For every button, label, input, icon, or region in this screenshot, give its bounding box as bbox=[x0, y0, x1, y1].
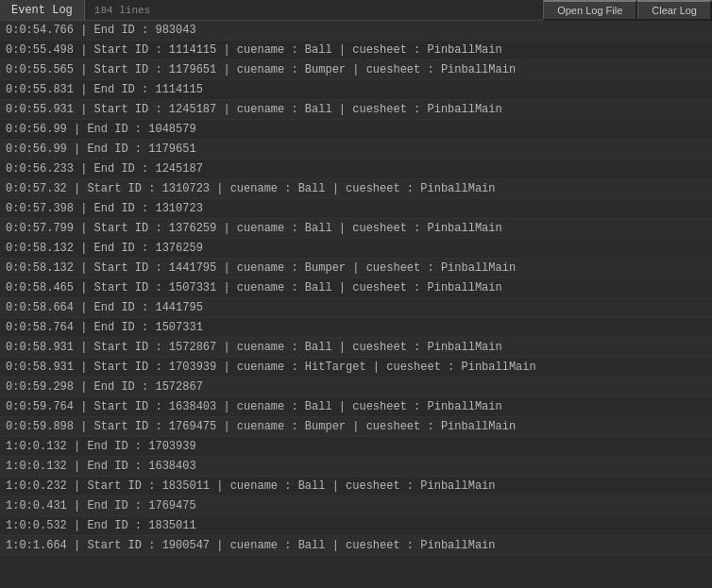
log-row: 1:0:0.431 | End ID : 1769475 bbox=[0, 496, 712, 516]
log-row: 0:0:56.233 | End ID : 1245187 bbox=[0, 160, 712, 179]
log-row: 0:0:57.799 | Start ID : 1376259 | cuenam… bbox=[0, 219, 712, 239]
log-row: 1:0:0.132 | End ID : 1638403 bbox=[0, 457, 712, 477]
tab-event-log[interactable]: Event Log bbox=[0, 0, 85, 20]
log-row: 0:0:55.498 | Start ID : 1114115 | cuenam… bbox=[0, 41, 712, 60]
log-row: 0:0:58.931 | Start ID : 1572867 | cuenam… bbox=[0, 338, 712, 358]
log-row: 1:0:0.532 | End ID : 1835011 bbox=[0, 516, 712, 536]
log-row: 0:0:55.565 | Start ID : 1179651 | cuenam… bbox=[0, 60, 712, 80]
log-row: 0:0:57.32 | Start ID : 1310723 | cuename… bbox=[0, 179, 712, 199]
log-row: 1:0:0.132 | End ID : 1703939 bbox=[0, 437, 712, 457]
log-row: 1:0:0.232 | Start ID : 1835011 | cuename… bbox=[0, 477, 712, 496]
log-row: 0:0:58.764 | End ID : 1507331 bbox=[0, 318, 712, 338]
tab-event-log-label: Event Log bbox=[11, 4, 73, 17]
log-row: 0:0:58.465 | Start ID : 1507331 | cuenam… bbox=[0, 278, 712, 298]
log-row: 0:0:58.931 | Start ID : 1703939 | cuenam… bbox=[0, 358, 712, 378]
log-row: 0:0:57.398 | End ID : 1310723 bbox=[0, 199, 712, 219]
line-count-label: 184 lines bbox=[85, 0, 543, 20]
header-buttons: Open Log File Clear Log bbox=[543, 0, 712, 20]
clear-log-button[interactable]: Clear Log bbox=[637, 0, 712, 21]
log-row: 0:0:59.764 | Start ID : 1638403 | cuenam… bbox=[0, 397, 712, 417]
header-bar: Event Log 184 lines Open Log File Clear … bbox=[0, 0, 712, 21]
log-container[interactable]: 0:0:54.766 | End ID : 9830430:0:55.498 |… bbox=[0, 21, 712, 588]
log-row: 0:0:55.931 | Start ID : 1245187 | cuenam… bbox=[0, 100, 712, 120]
log-row: 0:0:56.99 | End ID : 1048579 bbox=[0, 120, 712, 140]
app-container: Event Log 184 lines Open Log File Clear … bbox=[0, 0, 712, 588]
log-row: 0:0:58.132 | Start ID : 1441795 | cuenam… bbox=[0, 259, 712, 278]
log-row: 0:0:55.831 | End ID : 1114115 bbox=[0, 80, 712, 100]
log-row: 0:0:58.132 | End ID : 1376259 bbox=[0, 239, 712, 259]
log-row: 0:0:54.766 | End ID : 983043 bbox=[0, 21, 712, 41]
log-row: 0:0:59.298 | End ID : 1572867 bbox=[0, 378, 712, 397]
log-row: 0:0:56.99 | End ID : 1179651 bbox=[0, 140, 712, 160]
log-row: 1:0:1.664 | Start ID : 1900547 | cuename… bbox=[0, 536, 712, 556]
open-log-file-button[interactable]: Open Log File bbox=[543, 0, 637, 21]
log-row: 0:0:58.664 | End ID : 1441795 bbox=[0, 298, 712, 318]
log-row: 0:0:59.898 | Start ID : 1769475 | cuenam… bbox=[0, 417, 712, 437]
